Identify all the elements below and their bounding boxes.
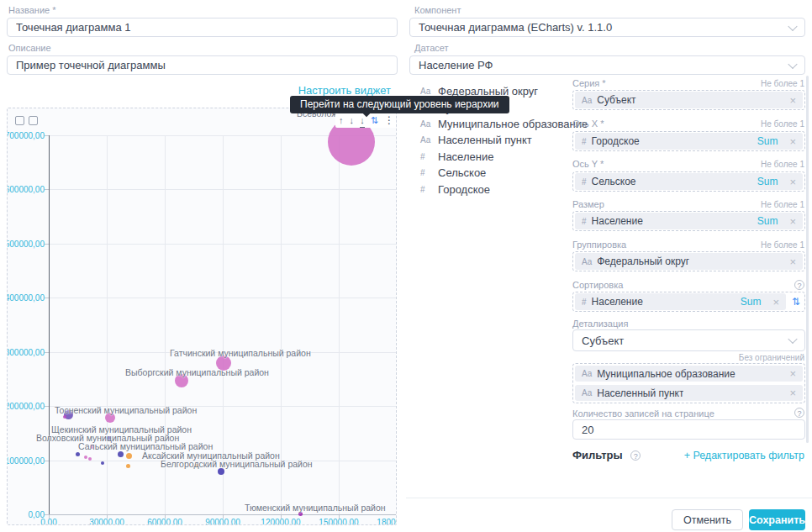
help-icon[interactable]: ? bbox=[794, 280, 804, 290]
remove-chip-icon[interactable]: × bbox=[789, 367, 796, 380]
field-type-icon: Aa bbox=[582, 369, 592, 378]
cancel-button[interactable]: Отменить bbox=[672, 509, 743, 530]
tooltip-text: Перейти на следующий уровень иерархии bbox=[300, 98, 499, 110]
sorting-dropzone[interactable]: # Население Sum × ⇅ bbox=[572, 292, 805, 312]
field-chip[interactable]: Aa Населенный пункт × bbox=[575, 385, 803, 401]
edit-filter-link[interactable]: + Редактировать фильтр bbox=[684, 450, 804, 461]
level-up-icon[interactable]: ↑ bbox=[339, 113, 344, 127]
field-type-icon: # bbox=[582, 298, 587, 307]
point-label: Тосненский муниципальный район bbox=[55, 405, 197, 415]
dataset-field-item[interactable]: #Население bbox=[420, 149, 588, 165]
save-button[interactable]: Сохранить bbox=[749, 509, 805, 530]
scatter-point[interactable] bbox=[118, 451, 124, 457]
detail-value: Субъект bbox=[582, 334, 624, 347]
agg-badge[interactable]: Sum bbox=[757, 135, 778, 147]
field-type-icon: Aa bbox=[420, 119, 434, 129]
agg-badge[interactable]: Sum bbox=[741, 296, 762, 308]
name-input[interactable] bbox=[7, 18, 398, 37]
scatter-point[interactable] bbox=[126, 453, 132, 459]
field-type-icon: Aa bbox=[582, 257, 592, 266]
remove-chip-icon[interactable]: × bbox=[789, 135, 796, 148]
component-value: Точечная диаграмма (ECharts) v. 1.1.0 bbox=[419, 21, 612, 34]
size-dropzone[interactable]: # Население Sum × bbox=[572, 211, 805, 231]
field-type-icon: Aa bbox=[582, 96, 592, 105]
y-axis-tick-label: 400000,00 bbox=[7, 293, 45, 303]
chip-text: Население bbox=[592, 215, 643, 227]
x-axis-tick-label: 0,00 bbox=[24, 518, 74, 525]
dataset-field-item[interactable]: AaМуниципальное образование bbox=[420, 116, 588, 132]
field-type-icon: # bbox=[420, 185, 434, 194]
field-chip[interactable]: Aa Муниципальное образование × bbox=[575, 366, 803, 382]
sort-direction-icon[interactable]: ⇅ bbox=[789, 296, 803, 308]
footer-divider bbox=[406, 498, 812, 498]
series-label: Серия * bbox=[572, 78, 606, 88]
dataset-field-item[interactable]: #Городское bbox=[420, 181, 588, 197]
remove-chip-icon[interactable]: × bbox=[789, 255, 796, 268]
chart-panel: ↑ ↓ ↓ ⇅ ⋮ 0,00100000,00200000,00300000,0… bbox=[7, 108, 397, 525]
field-chip[interactable]: # Население Sum × bbox=[575, 293, 786, 310]
records-per-page-input[interactable] bbox=[572, 419, 805, 440]
dataset-field-item[interactable]: #Сельское bbox=[420, 165, 588, 181]
scatter-point[interactable] bbox=[126, 464, 130, 468]
help-icon[interactable]: ? bbox=[630, 450, 641, 461]
axis-x-label: Ось X * bbox=[572, 119, 604, 129]
sort-icon[interactable]: ⇅ bbox=[371, 113, 378, 127]
agg-badge[interactable]: Sum bbox=[757, 215, 778, 227]
level-bottom-icon[interactable]: ↓ bbox=[360, 113, 365, 128]
field-name: Население bbox=[438, 150, 493, 163]
level-down-icon[interactable]: ↓ bbox=[350, 113, 355, 127]
point-label: Белгородский муниципальный район bbox=[161, 459, 313, 469]
x-axis-tick-label: 90000,00 bbox=[198, 518, 248, 525]
hierarchy-tooltip: Перейти на следующий уровень иерархии bbox=[290, 96, 509, 113]
axis-y-dropzone[interactable]: # Сельское Sum × bbox=[572, 171, 805, 192]
scatter-point[interactable] bbox=[76, 452, 80, 456]
drill-dropzone[interactable]: Aa Муниципальное образование × Aa Населе… bbox=[572, 363, 805, 403]
menu-kebab-icon[interactable]: ⋮ bbox=[384, 113, 394, 127]
chip-text: Население bbox=[592, 296, 643, 308]
component-label: Компонент bbox=[414, 5, 461, 15]
field-chip[interactable]: Aa Субъект × bbox=[575, 92, 803, 108]
chip-text: Сельское bbox=[592, 176, 636, 187]
axis-x-hint: Не более 1 bbox=[761, 119, 804, 129]
field-type-icon: Aa bbox=[420, 135, 434, 145]
panel-scrollbar[interactable] bbox=[806, 76, 809, 443]
remove-chip-icon[interactable]: × bbox=[789, 215, 796, 228]
agg-badge[interactable]: Sum bbox=[757, 176, 778, 187]
grouping-dropzone[interactable]: Aa Федеральный округ × bbox=[572, 251, 805, 271]
field-type-icon: # bbox=[420, 168, 434, 177]
configure-widget-link[interactable]: Настроить виджет bbox=[298, 84, 391, 97]
chip-text: Муниципальное образование bbox=[597, 368, 736, 380]
size-label: Размер bbox=[572, 199, 604, 209]
scatter-point[interactable] bbox=[88, 457, 92, 461]
field-chip[interactable]: # Городское Sum × bbox=[575, 133, 803, 150]
remove-chip-icon[interactable]: × bbox=[772, 296, 779, 308]
x-axis-tick-label: 120000,00 bbox=[256, 518, 306, 525]
field-chip[interactable]: # Население Sum × bbox=[575, 213, 803, 229]
axis-x-dropzone[interactable]: # Городское Sum × bbox=[572, 131, 805, 151]
chip-text: Населенный пункт bbox=[597, 387, 683, 399]
remove-chip-icon[interactable]: × bbox=[789, 176, 796, 188]
zoom-reset-icon[interactable] bbox=[29, 116, 38, 125]
series-dropzone[interactable]: Aa Субъект × bbox=[572, 90, 805, 110]
remove-chip-icon[interactable]: × bbox=[789, 94, 796, 107]
field-name: Муниципальное образование bbox=[438, 118, 588, 130]
remove-chip-icon[interactable]: × bbox=[789, 387, 796, 399]
scatter-point[interactable] bbox=[218, 468, 224, 475]
help-icon[interactable]: ? bbox=[794, 408, 804, 418]
y-axis-tick-label: 300000,00 bbox=[7, 348, 45, 357]
scatter-point[interactable] bbox=[101, 461, 104, 465]
description-input[interactable] bbox=[7, 55, 398, 75]
field-chip[interactable]: # Сельское Sum × bbox=[575, 173, 803, 190]
dataset-select[interactable]: Население РФ bbox=[409, 55, 805, 75]
x-axis-tick-label: 30000,00 bbox=[82, 518, 132, 525]
detail-select[interactable]: Субъект bbox=[572, 329, 805, 351]
zoom-select-icon[interactable] bbox=[15, 116, 24, 125]
filters-label: Фильтры ? bbox=[572, 449, 641, 461]
series-hint: Не более 1 bbox=[761, 79, 804, 88]
component-select[interactable]: Точечная диаграмма (ECharts) v. 1.1.0 bbox=[409, 18, 805, 37]
dataset-field-item[interactable]: AaНаселенный пункт bbox=[420, 132, 588, 148]
scatter-point[interactable] bbox=[84, 456, 87, 459]
point-label: Щекинский муниципальный район bbox=[51, 424, 192, 435]
y-axis-tick-label: 700000,00 bbox=[7, 131, 45, 140]
field-chip[interactable]: Aa Федеральный округ × bbox=[575, 253, 803, 270]
